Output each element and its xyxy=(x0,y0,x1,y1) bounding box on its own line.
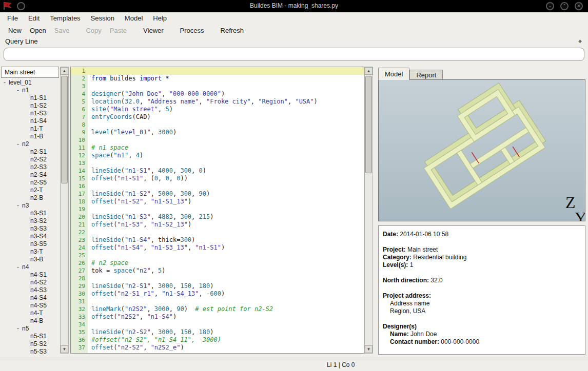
tree-item-n4-s4[interactable]: n4-S4 xyxy=(1,294,60,301)
collapse-icon[interactable]: - xyxy=(17,140,22,148)
code-line[interactable] xyxy=(88,159,364,167)
code-editor[interactable]: 1234567891011121314151617181920212223242… xyxy=(70,67,364,354)
tree-item-n4-b[interactable]: n4-B xyxy=(1,317,60,324)
code-line[interactable] xyxy=(88,121,364,129)
code-line[interactable] xyxy=(88,275,364,282)
tree-item-n3-s4[interactable]: n3-S4 xyxy=(1,232,60,240)
scroll-up-icon[interactable]: ▲ xyxy=(365,67,373,75)
tree-item-n3-s1[interactable]: n3-S1 xyxy=(1,209,60,217)
tree-item-n3-s5[interactable]: n3-S5 xyxy=(1,240,60,248)
code-line[interactable]: space("n1", 4) xyxy=(88,152,364,159)
tree-item-n2-s5[interactable]: n2-S5 xyxy=(1,178,60,186)
editor-scrollbar[interactable]: ▲ ▼ xyxy=(364,67,373,354)
menu-item-help[interactable]: Help xyxy=(148,13,172,23)
code-line[interactable]: offset("n1-S1", (0, 0, 0)) xyxy=(88,175,364,182)
menu-item-edit[interactable]: Edit xyxy=(23,13,45,23)
tree-item-n3-s2[interactable]: n3-S2 xyxy=(1,217,60,224)
tree-item-level_01[interactable]: -level_01 xyxy=(1,78,60,86)
model-3d-view[interactable]: Z Y xyxy=(379,80,585,221)
tree-item-n4-s2[interactable]: n4-S2 xyxy=(1,278,60,286)
code-line[interactable]: offset("n1-S3", "n1-S2_13") xyxy=(88,221,364,229)
tree-item-n3[interactable]: -n3 xyxy=(1,201,60,209)
tree-item-n1-s1[interactable]: n1-S1 xyxy=(1,94,60,101)
code-line[interactable]: lineSide("n2-S1", 3000, 150, 180) xyxy=(88,282,364,290)
code-line[interactable]: offset("n2S2", "n1-S4") xyxy=(88,313,364,321)
model-viewport[interactable]: Z Y xyxy=(378,79,585,221)
tree-item-n1-s3[interactable]: n1-S3 xyxy=(1,109,60,117)
editor-code[interactable]: from buildes import *designer("John Doe"… xyxy=(88,67,364,353)
tree-scrollbar[interactable]: ▲ ▼ xyxy=(60,67,69,354)
code-line[interactable]: level("level_01", 3000) xyxy=(88,129,364,136)
code-line[interactable] xyxy=(88,229,364,236)
toolbar-button-process[interactable]: Process xyxy=(176,25,208,36)
tree-item-n4[interactable]: -n4 xyxy=(1,263,60,271)
tab-report[interactable]: Report xyxy=(409,70,443,80)
tree-item-n2-s2[interactable]: n2-S2 xyxy=(1,155,60,163)
code-line[interactable]: lineSide("n1-S2", 5000, 300, 90) xyxy=(88,190,364,198)
tree-item-n4-s5[interactable]: n4-S5 xyxy=(1,301,60,309)
tree-item-n2-b[interactable]: n2-B xyxy=(1,194,60,201)
tree-item-n1-b[interactable]: n1-B xyxy=(1,132,60,140)
tree-item-n2-s4[interactable]: n2-S4 xyxy=(1,171,60,178)
title-bar[interactable]: Buildes BIM - making_shares.py ⌄ ⌃ ✕ xyxy=(0,0,588,12)
tree-item-n2-s3[interactable]: n2-S3 xyxy=(1,163,60,171)
code-line[interactable]: designer("John Doe", "000-000-0000") xyxy=(88,90,364,98)
scroll-up-icon[interactable]: ▲ xyxy=(61,67,68,75)
tree-item-n2-t[interactable]: n2-T xyxy=(1,186,60,194)
code-line[interactable]: entryCoords(CAD) xyxy=(88,113,364,121)
code-line[interactable]: #offset("n2-S2", "n1-S4_11", -3000) xyxy=(88,336,364,344)
code-line[interactable] xyxy=(88,252,364,259)
editor-scrollbar-thumb[interactable] xyxy=(365,76,372,173)
code-line[interactable]: lineSide("n2-S2", 3000, 150, 180) xyxy=(88,328,364,336)
tree-item-n5-s2[interactable]: n5-S2 xyxy=(1,340,60,347)
tree-item-n2-s1[interactable]: n2-S1 xyxy=(1,148,60,155)
collapse-icon[interactable]: - xyxy=(4,79,9,86)
code-line[interactable]: lineSide("n1-S4", thick=300) xyxy=(88,236,364,244)
code-line[interactable] xyxy=(88,67,364,75)
toolbar-button-open[interactable]: Open xyxy=(26,25,50,36)
code-line[interactable] xyxy=(88,205,364,213)
collapse-icon[interactable]: - xyxy=(17,325,22,332)
tree-item-n3-s3[interactable]: n3-S3 xyxy=(1,224,60,232)
window-close-button[interactable]: ✕ xyxy=(575,2,583,10)
tree-item-n5-s3[interactable]: n5-S3 xyxy=(1,347,60,354)
tree-item-n1-t[interactable]: n1-T xyxy=(1,125,60,132)
toolbar-button-viewer[interactable]: Viewer xyxy=(139,25,168,36)
toolbar-button-new[interactable]: New xyxy=(4,25,26,36)
code-line[interactable] xyxy=(88,321,364,328)
window-shade-button[interactable]: ⌄ xyxy=(546,2,554,10)
code-line[interactable] xyxy=(88,136,364,144)
menu-item-templates[interactable]: Templates xyxy=(45,13,85,23)
code-line[interactable]: # n2 space xyxy=(88,259,364,267)
toolbar-button-refresh[interactable]: Refresh xyxy=(217,25,248,36)
code-line[interactable]: lineSide("n1-S1", 4000, 300, 0) xyxy=(88,167,364,175)
code-line[interactable] xyxy=(88,83,364,90)
tree-root-item[interactable]: Main street xyxy=(1,67,59,78)
scroll-down-icon[interactable]: ▼ xyxy=(365,345,373,353)
code-line[interactable]: site("Main street", 5) xyxy=(88,106,364,113)
code-line[interactable]: offset("n1-S2", "n1-S1_13") xyxy=(88,198,364,205)
tree-item-n4-s3[interactable]: n4-S3 xyxy=(1,286,60,294)
code-line[interactable] xyxy=(88,182,364,190)
menu-item-model[interactable]: Model xyxy=(120,13,148,23)
code-line[interactable]: offset("n2-S2", "n2S2_e") xyxy=(88,344,364,352)
code-line[interactable]: offset("n2-S1_r1", "n1-S4_13", -600) xyxy=(88,290,364,298)
scroll-down-icon[interactable]: ▼ xyxy=(61,345,68,353)
tree-item-n4-s1[interactable]: n4-S1 xyxy=(1,271,60,278)
menu-item-file[interactable]: File xyxy=(2,13,23,23)
menu-item-session[interactable]: Session xyxy=(86,13,120,23)
code-line[interactable] xyxy=(88,298,364,305)
window-iconify-button[interactable]: ⌃ xyxy=(560,2,569,10)
code-line[interactable]: tok = space("n2", 5) xyxy=(88,267,364,275)
collapse-icon[interactable]: - xyxy=(17,202,22,209)
code-line[interactable]: # n1 space xyxy=(88,144,364,152)
query-expander-icon[interactable]: ◆ xyxy=(578,38,582,44)
tree-item-n3-b[interactable]: n3-B xyxy=(1,255,60,263)
tree-item-n5[interactable]: -n5 xyxy=(1,324,60,332)
collapse-icon[interactable]: - xyxy=(17,263,22,271)
tree-scrollbar-thumb[interactable] xyxy=(61,76,68,183)
tree-item-n4-t[interactable]: n4-T xyxy=(1,309,60,317)
tree-item-n5-s1[interactable]: n5-S1 xyxy=(1,332,60,340)
tree-item-n1[interactable]: -n1 xyxy=(1,86,60,94)
tree-item-n1-s4[interactable]: n1-S4 xyxy=(1,117,60,125)
